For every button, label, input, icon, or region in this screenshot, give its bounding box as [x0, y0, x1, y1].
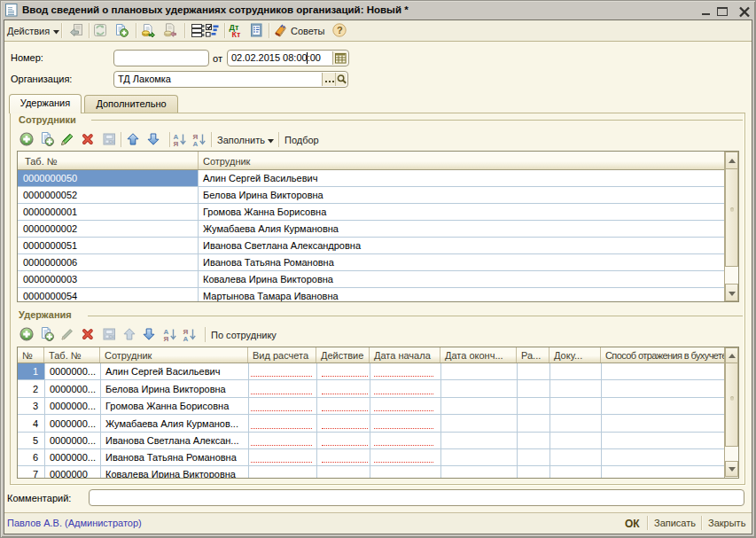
- svg-text:?: ?: [337, 25, 343, 35]
- svg-text:Кт: Кт: [232, 30, 241, 37]
